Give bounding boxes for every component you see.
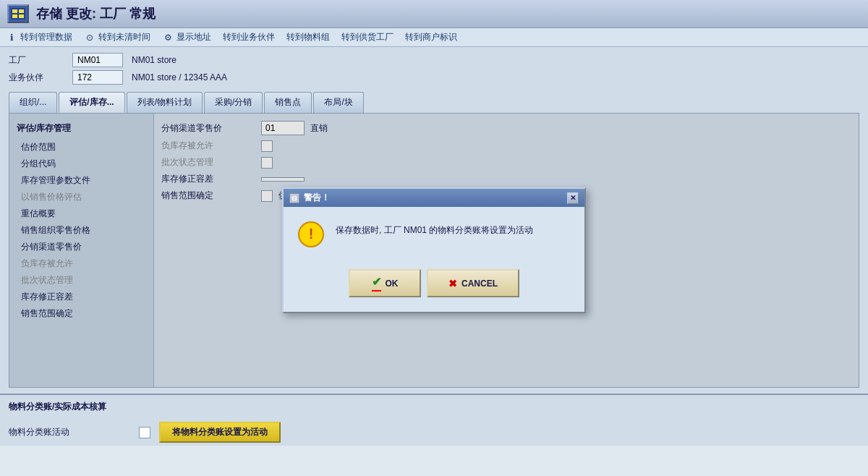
page-title: 存储 更改: 工厂 常规 <box>36 5 156 22</box>
cancel-label: CANCEL <box>461 279 498 289</box>
dialog-titlebar: ⊟ 警告！ ✕ <box>284 189 584 207</box>
dialog-title-icon: ⊟ <box>289 193 299 203</box>
nav-merchant-btn[interactable]: 转到商户标识 <box>405 31 457 43</box>
ok-button[interactable]: ✔ OK <box>349 269 421 297</box>
plant-value: NM01 <box>72 53 123 67</box>
bottom-section: 物料分类账/实际成本核算 <box>0 394 868 419</box>
field-area: 工厂 NM01 NM01 store 业务伙伴 172 NM01 store /… <box>0 47 868 394</box>
title-bar: 存储 更改: 工厂 常规 <box>0 0 868 28</box>
svg-rect-1 <box>12 9 17 13</box>
warning-dialog: ⊟ 警告！ ✕ ! 保存数据时, 工厂 NM01 的物料分类账将设置为活动 <box>282 187 586 313</box>
nav-pending-label: 转到未清时间 <box>98 31 150 43</box>
tab-pos[interactable]: 销售点 <box>264 92 312 113</box>
material-ledger-checkbox[interactable] <box>139 427 150 438</box>
tab-org[interactable]: 组织/... <box>9 92 57 113</box>
svg-rect-2 <box>19 9 24 13</box>
toolbar: ℹ 转到管理数据 ⊙ 转到未清时间 ⚙ 显示地址 转到业务伙伴 转到物料组 转到… <box>0 28 868 47</box>
dialog-title: 警告！ <box>304 192 330 204</box>
partner-value: 172 <box>72 70 123 85</box>
cancel-button[interactable]: ✖ CANCEL <box>427 269 519 297</box>
partner-desc: NM01 store / 12345 AAA <box>132 72 227 82</box>
nav-address-label: 显示地址 <box>176 31 211 43</box>
tab-list[interactable]: 列表/物料计划 <box>127 92 203 113</box>
dialog-close-button[interactable]: ✕ <box>567 192 579 204</box>
nav-pending-btn[interactable]: ⊙ 转到未清时间 <box>84 31 150 43</box>
ok-label: OK <box>386 279 399 289</box>
nav-admin-label: 转到管理数据 <box>20 31 72 43</box>
dialog-buttons: ✔ OK ✖ CANCEL <box>284 262 584 312</box>
tab-purchase[interactable]: 采购/分销 <box>204 92 263 113</box>
content-area: 评估/库存管理 估价范围 分组代码 库存管理参数文件 以销售价格评估 重估概要 … <box>9 113 859 388</box>
nav-matgrp-label: 转到物料组 <box>286 31 330 43</box>
plant-desc: NM01 store <box>132 55 176 65</box>
nav-matgrp-btn[interactable]: 转到物料组 <box>286 31 330 43</box>
nav-partner-btn[interactable]: 转到业务伙伴 <box>223 31 275 43</box>
cancel-x-icon: ✖ <box>448 278 457 289</box>
ok-checkmark-icon: ✔ <box>372 275 381 292</box>
nav-partner-label: 转到业务伙伴 <box>223 31 275 43</box>
material-ledger-label: 物料分类账活动 <box>9 426 124 438</box>
dialog-message: 保存数据时, 工厂 NM01 的物料分类账将设置为活动 <box>336 221 570 237</box>
info-icon: ℹ <box>6 32 17 43</box>
tab-bar: 组织/... 评估/库存... 列表/物料计划 采购/分销 销售点 布局/块 <box>9 92 859 113</box>
svg-rect-4 <box>19 14 24 18</box>
material-ledger-row: 物料分类账活动 将物料分类账设置为活动 <box>0 419 868 446</box>
nav-supplier-btn[interactable]: 转到供货工厂 <box>341 31 393 43</box>
svg-rect-3 <box>12 14 17 18</box>
nav-address-btn[interactable]: ⚙ 显示地址 <box>162 31 211 43</box>
warning-icon: ! <box>298 221 324 247</box>
dialog-body: ! 保存数据时, 工厂 NM01 的物料分类账将设置为活动 <box>284 207 584 262</box>
bottom-section-label: 物料分类账/实际成本核算 <box>9 401 106 413</box>
plant-label: 工厂 <box>9 54 67 67</box>
clock-icon: ⊙ <box>84 32 95 43</box>
nav-merchant-label: 转到商户标识 <box>405 31 457 43</box>
link-icon: ⚙ <box>162 32 174 43</box>
partner-label: 业务伙伴 <box>9 72 67 84</box>
svg-text:!: ! <box>309 226 314 242</box>
dialog-title-left: ⊟ 警告！ <box>289 192 330 204</box>
tab-layout[interactable]: 布局/块 <box>313 92 363 113</box>
partner-row: 业务伙伴 172 NM01 store / 12345 AAA <box>9 70 859 85</box>
plant-row: 工厂 NM01 NM01 store <box>9 53 859 67</box>
nav-supplier-label: 转到供货工厂 <box>341 31 393 43</box>
modal-overlay: ⊟ 警告！ ✕ ! 保存数据时, 工厂 NM01 的物料分类账将设置为活动 <box>9 114 859 387</box>
nav-admin-btn[interactable]: ℹ 转到管理数据 <box>6 31 72 43</box>
activate-button[interactable]: 将物料分类账设置为活动 <box>159 422 281 443</box>
tab-valuation[interactable]: 评估/库存... <box>59 92 124 113</box>
app-icon <box>7 4 29 23</box>
